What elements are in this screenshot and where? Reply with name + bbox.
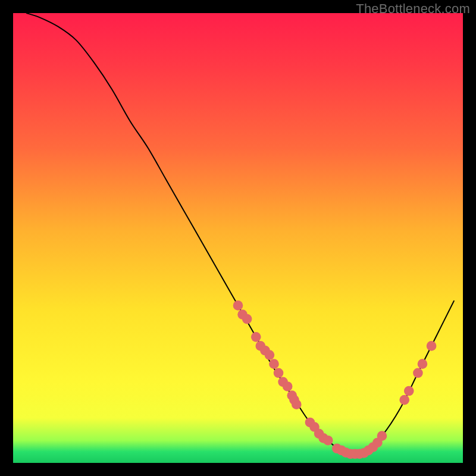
data-point-group: [233, 300, 437, 459]
curve-line: [27, 13, 454, 456]
data-point: [323, 436, 333, 446]
data-point: [265, 350, 275, 360]
data-point: [251, 332, 261, 342]
chart-svg: [13, 13, 463, 463]
data-point: [427, 341, 437, 351]
data-point: [269, 359, 279, 369]
data-point: [242, 314, 252, 324]
data-point: [377, 431, 387, 441]
data-point: [233, 300, 243, 311]
data-point: [418, 359, 428, 369]
data-point: [283, 381, 293, 392]
plot-area: [13, 13, 463, 463]
data-point: [404, 386, 414, 396]
data-point: [274, 368, 284, 378]
chart-stage: TheBottleneck.com: [0, 0, 476, 476]
data-point: [399, 395, 409, 405]
data-point: [413, 368, 423, 378]
data-point: [292, 399, 302, 409]
